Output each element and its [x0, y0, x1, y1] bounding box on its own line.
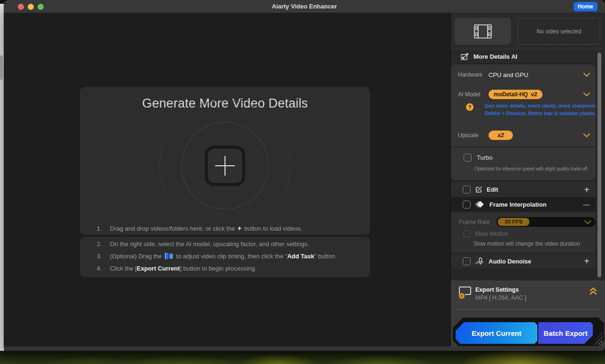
step-number: 3. — [97, 250, 106, 263]
export-format-value: MP4 [ H.264, AAC ] — [475, 294, 526, 301]
chevron-down-icon[interactable] — [583, 93, 590, 96]
app-window: Aiarty Video Enhancer Home Generate More… — [4, 0, 605, 351]
add-video-button[interactable] — [205, 146, 245, 186]
edit-icon — [475, 186, 482, 194]
frame-rate-label: Frame Rate — [459, 219, 490, 225]
frame-interpolation-section-row[interactable]: Frame Interpolation — — [451, 197, 596, 211]
step-text-bold: Add Task — [287, 253, 314, 260]
step-text: Drag and drop videos/folders here, or cl… — [110, 225, 235, 232]
trim-handles-icon — [163, 253, 174, 259]
slow-motion-label: Slow Motion — [475, 230, 508, 237]
main-canvas: Generate More Video Details 1.Drag and d… — [4, 13, 450, 347]
collapse-double-chevron-icon[interactable] — [589, 287, 597, 295]
settings-panel: No video selected More Details AI Hardwa… — [450, 13, 605, 347]
titlebar: Aiarty Video Enhancer Home — [4, 0, 605, 13]
scrollbar-thumb[interactable] — [597, 53, 601, 277]
upscale-row: Upscale x2 — [451, 129, 596, 142]
background-window-scrollbar — [0, 55, 3, 80]
instructions-panel: 2.On the right side, select the AI model… — [80, 237, 370, 277]
frame-rate-dropdown[interactable]: 30 FPS — [496, 217, 596, 227]
export-section: Export Settings MP4 [ H.264, AAC ] Expor… — [451, 280, 605, 347]
stripes-decoration — [591, 333, 603, 345]
step-text: ] button to begin processing. — [180, 265, 256, 272]
chevron-down-icon[interactable] — [583, 73, 590, 77]
export-settings-icon — [457, 284, 473, 301]
no-video-drop-target[interactable]: No video selected — [518, 18, 600, 45]
edit-section-row[interactable]: Edit + — [451, 182, 596, 197]
edit-title: Edit — [487, 186, 498, 193]
window-title: Aiarty Video Enhancer — [4, 0, 605, 13]
step-text: to adjust video clip timing, then click … — [176, 253, 287, 260]
frame-interpolation-icon — [475, 201, 485, 208]
step-number: 1. — [97, 223, 106, 235]
instruction-step-3: 3.(Optional) Drag the to adjust video cl… — [97, 250, 361, 263]
help-icon[interactable]: ? — [466, 103, 473, 111]
gear-icon — [459, 293, 465, 299]
enlarge-icon — [461, 53, 469, 60]
ai-model-row: AI Model moDetail-HQ v2 — [451, 88, 596, 101]
expand-plus-icon[interactable]: + — [584, 256, 589, 266]
step-text: Click the [ — [110, 265, 137, 272]
video-thumbnail-placeholder[interactable] — [455, 18, 511, 45]
step-text-bold: Export Current — [137, 265, 180, 272]
edit-checkbox[interactable] — [463, 186, 471, 194]
turbo-description: Optimized for inference speed with sligh… — [474, 166, 587, 171]
audio-denoise-title: Audio Denoise — [489, 258, 531, 265]
instruction-step-1: 1.Drag and drop videos/folders here, or … — [97, 222, 361, 234]
frame-interpolation-checkbox[interactable] — [463, 201, 471, 209]
plus-icon — [225, 156, 225, 176]
slow-motion-description: Slow motion will change the video durati… — [473, 240, 580, 247]
step-text: " button. — [314, 253, 337, 260]
plus-icon: + — [237, 224, 243, 232]
export-buttons-container: Export Current Batch Export — [453, 318, 604, 346]
film-strip-icon — [473, 24, 492, 39]
chevron-down-icon — [584, 220, 591, 224]
step-text: button to load videos. — [244, 225, 302, 232]
upscale-value-badge[interactable]: x2 — [489, 131, 513, 140]
home-button[interactable]: Home — [574, 2, 597, 11]
drop-zone[interactable]: Generate More Video Details 1.Drag and d… — [80, 87, 370, 235]
model-description-line: Gen more details, more clarity, more sha… — [485, 102, 596, 109]
model-description-line: Deblur + Denoise. Better hair & outdoor … — [485, 109, 596, 117]
step-text: (Optional) Drag the — [110, 253, 162, 260]
divider — [456, 309, 600, 310]
ai-model-value-badge[interactable]: moDetail-HQ v2 — [489, 90, 543, 99]
slow-motion-row: Slow Motion — [464, 230, 508, 237]
step-number: 2. — [97, 238, 106, 250]
settings-scrollbar[interactable] — [597, 52, 602, 279]
collapse-minus-icon[interactable]: — — [583, 201, 589, 208]
turbo-label: Turbo — [477, 154, 492, 161]
instruction-step-4: 4.Click the [Export Current] button to b… — [97, 263, 361, 275]
audio-denoise-section-row[interactable]: Audio Denoise + — [451, 254, 596, 268]
section-title: More Details AI — [473, 53, 517, 60]
frame-interpolation-title: Frame Interpolation — [489, 201, 546, 208]
export-settings-title[interactable]: Export Settings — [475, 287, 519, 293]
upscale-label: Upscale — [458, 132, 489, 139]
export-current-button[interactable]: Export Current — [456, 322, 537, 344]
batch-export-button[interactable]: Batch Export — [538, 322, 593, 344]
window-bottom-bar — [4, 347, 605, 351]
more-details-ai-header[interactable]: More Details AI — [451, 49, 605, 64]
expand-plus-icon[interactable]: + — [584, 185, 589, 194]
ai-settings-card: Hardware CPU and GPU AI Model moDetail-H… — [451, 64, 596, 147]
slow-motion-checkbox[interactable] — [464, 230, 471, 237]
chevron-down-icon[interactable] — [583, 133, 590, 137]
video-preview-bar: No video selected — [451, 13, 605, 49]
no-video-label: No video selected — [536, 28, 581, 35]
step-number: 4. — [97, 263, 106, 275]
hardware-row: Hardware CPU and GPU — [451, 68, 596, 81]
turbo-section: Turbo Optimized for inference speed with… — [451, 147, 596, 180]
audio-denoise-checkbox[interactable] — [463, 257, 471, 265]
frame-rate-value-badge: 30 FPS — [498, 218, 529, 226]
turbo-checkbox[interactable] — [464, 154, 472, 162]
hardware-value[interactable]: CPU and GPU — [489, 71, 528, 78]
hardware-label: Hardware — [458, 71, 489, 78]
instruction-step-2: 2.On the right side, select the AI model… — [97, 238, 361, 250]
frame-interpolation-settings-card: Frame Rate 30 FPS Slow Motion Slow motio… — [451, 212, 596, 253]
model-description: Gen more details, more clarity, more sha… — [485, 102, 596, 117]
step-text: On the right side, select the AI model, … — [110, 240, 309, 248]
ai-model-label: AI Model — [458, 91, 489, 98]
microphone-icon — [475, 257, 484, 265]
